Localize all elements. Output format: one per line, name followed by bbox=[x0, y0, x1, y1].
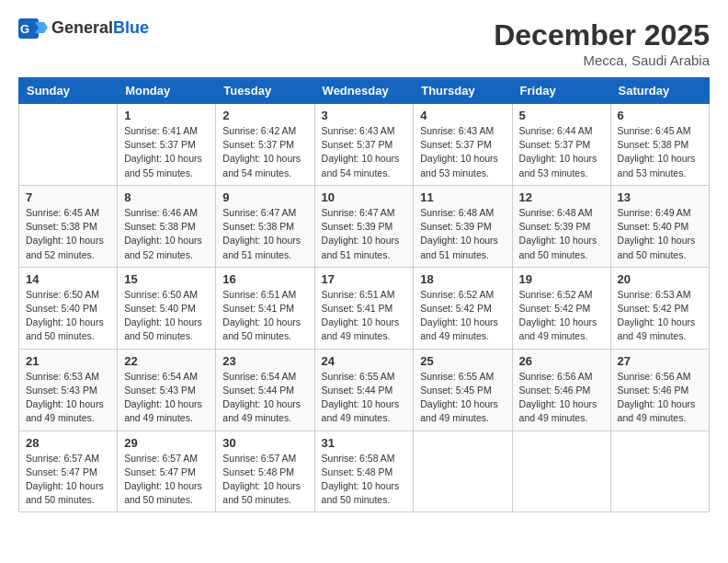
calendar-cell: 20Sunrise: 6:53 AMSunset: 5:42 PMDayligh… bbox=[610, 267, 709, 349]
calendar-cell: 14Sunrise: 6:50 AMSunset: 5:40 PMDayligh… bbox=[19, 267, 118, 349]
calendar-cell: 25Sunrise: 6:55 AMSunset: 5:45 PMDayligh… bbox=[414, 349, 512, 431]
calendar-cell: 28Sunrise: 6:57 AMSunset: 5:47 PMDayligh… bbox=[19, 431, 118, 512]
calendar-cell: 29Sunrise: 6:57 AMSunset: 5:47 PMDayligh… bbox=[118, 431, 216, 512]
day-info: Sunrise: 6:53 AMSunset: 5:42 PMDaylight:… bbox=[618, 288, 702, 344]
calendar-cell: 17Sunrise: 6:51 AMSunset: 5:41 PMDayligh… bbox=[314, 267, 414, 349]
calendar-week-row: 21Sunrise: 6:53 AMSunset: 5:43 PMDayligh… bbox=[19, 349, 710, 431]
day-info: Sunrise: 6:57 AMSunset: 5:48 PMDaylight:… bbox=[222, 452, 307, 508]
svg-text:G: G bbox=[20, 22, 29, 36]
day-number: 28 bbox=[26, 436, 110, 450]
day-info: Sunrise: 6:47 AMSunset: 5:39 PMDaylight:… bbox=[322, 206, 407, 262]
calendar-cell: 19Sunrise: 6:52 AMSunset: 5:42 PMDayligh… bbox=[512, 267, 610, 349]
weekday-header: Thursday bbox=[414, 78, 512, 104]
day-info: Sunrise: 6:54 AMSunset: 5:43 PMDaylight:… bbox=[124, 370, 209, 426]
day-number: 12 bbox=[519, 190, 604, 204]
day-info: Sunrise: 6:43 AMSunset: 5:37 PMDaylight:… bbox=[322, 124, 407, 180]
calendar-cell: 15Sunrise: 6:50 AMSunset: 5:40 PMDayligh… bbox=[118, 267, 216, 349]
calendar-cell: 22Sunrise: 6:54 AMSunset: 5:43 PMDayligh… bbox=[118, 349, 216, 431]
day-info: Sunrise: 6:51 AMSunset: 5:41 PMDaylight:… bbox=[322, 288, 407, 344]
logo-general: General bbox=[51, 18, 113, 37]
logo-icon: G bbox=[18, 18, 48, 39]
weekday-header: Monday bbox=[118, 78, 216, 104]
calendar-cell: 7Sunrise: 6:45 AMSunset: 5:38 PMDaylight… bbox=[19, 185, 118, 267]
calendar-cell: 4Sunrise: 6:43 AMSunset: 5:37 PMDaylight… bbox=[414, 104, 512, 186]
calendar-week-row: 14Sunrise: 6:50 AMSunset: 5:40 PMDayligh… bbox=[19, 267, 710, 349]
calendar-cell: 12Sunrise: 6:48 AMSunset: 5:39 PMDayligh… bbox=[512, 185, 610, 267]
day-number: 10 bbox=[322, 190, 407, 204]
calendar-week-row: 7Sunrise: 6:45 AMSunset: 5:38 PMDaylight… bbox=[19, 185, 710, 267]
day-info: Sunrise: 6:55 AMSunset: 5:44 PMDaylight:… bbox=[322, 370, 407, 426]
day-number: 3 bbox=[322, 109, 407, 122]
day-number: 27 bbox=[618, 354, 702, 368]
day-number: 2 bbox=[222, 109, 307, 122]
calendar-week-row: 28Sunrise: 6:57 AMSunset: 5:47 PMDayligh… bbox=[19, 431, 710, 512]
day-info: Sunrise: 6:53 AMSunset: 5:43 PMDaylight:… bbox=[26, 370, 110, 426]
weekday-header: Sunday bbox=[19, 78, 118, 104]
day-info: Sunrise: 6:44 AMSunset: 5:37 PMDaylight:… bbox=[519, 124, 604, 180]
calendar-cell: 9Sunrise: 6:47 AMSunset: 5:38 PMDaylight… bbox=[216, 185, 314, 267]
day-number: 4 bbox=[420, 109, 505, 122]
day-number: 18 bbox=[420, 272, 505, 286]
title-area: December 2025 Mecca, Saudi Arabia bbox=[494, 18, 710, 68]
calendar-cell: 31Sunrise: 6:58 AMSunset: 5:48 PMDayligh… bbox=[314, 431, 414, 512]
day-number: 30 bbox=[222, 436, 307, 450]
day-info: Sunrise: 6:50 AMSunset: 5:40 PMDaylight:… bbox=[26, 288, 110, 344]
day-number: 1 bbox=[124, 109, 209, 122]
calendar-cell: 6Sunrise: 6:45 AMSunset: 5:38 PMDaylight… bbox=[610, 104, 709, 186]
calendar-cell: 27Sunrise: 6:56 AMSunset: 5:46 PMDayligh… bbox=[610, 349, 709, 431]
day-number: 22 bbox=[124, 354, 209, 368]
day-info: Sunrise: 6:52 AMSunset: 5:42 PMDaylight:… bbox=[519, 288, 604, 344]
day-number: 17 bbox=[322, 272, 407, 286]
calendar-cell: 1Sunrise: 6:41 AMSunset: 5:37 PMDaylight… bbox=[118, 104, 216, 186]
day-number: 15 bbox=[124, 272, 209, 286]
day-number: 21 bbox=[26, 354, 110, 368]
day-info: Sunrise: 6:41 AMSunset: 5:37 PMDaylight:… bbox=[124, 124, 209, 180]
day-info: Sunrise: 6:51 AMSunset: 5:41 PMDaylight:… bbox=[222, 288, 307, 344]
day-info: Sunrise: 6:58 AMSunset: 5:48 PMDaylight:… bbox=[322, 452, 407, 508]
calendar-cell: 13Sunrise: 6:49 AMSunset: 5:40 PMDayligh… bbox=[610, 185, 709, 267]
calendar-cell: 10Sunrise: 6:47 AMSunset: 5:39 PMDayligh… bbox=[314, 185, 414, 267]
day-info: Sunrise: 6:46 AMSunset: 5:38 PMDaylight:… bbox=[124, 206, 209, 262]
day-info: Sunrise: 6:45 AMSunset: 5:38 PMDaylight:… bbox=[26, 206, 110, 262]
calendar-cell: 21Sunrise: 6:53 AMSunset: 5:43 PMDayligh… bbox=[19, 349, 118, 431]
calendar-cell bbox=[19, 104, 118, 186]
day-number: 8 bbox=[124, 190, 209, 204]
day-number: 24 bbox=[322, 354, 407, 368]
weekday-header: Tuesday bbox=[216, 78, 314, 104]
calendar-cell: 23Sunrise: 6:54 AMSunset: 5:44 PMDayligh… bbox=[216, 349, 314, 431]
calendar-cell: 3Sunrise: 6:43 AMSunset: 5:37 PMDaylight… bbox=[314, 104, 414, 186]
day-info: Sunrise: 6:49 AMSunset: 5:40 PMDaylight:… bbox=[618, 206, 702, 262]
day-number: 6 bbox=[618, 109, 702, 122]
day-number: 11 bbox=[420, 190, 505, 204]
day-number: 9 bbox=[222, 190, 307, 204]
day-number: 20 bbox=[618, 272, 702, 286]
day-number: 25 bbox=[420, 354, 505, 368]
page-header: G GeneralBlue December 2025 Mecca, Saudi… bbox=[18, 18, 710, 68]
day-info: Sunrise: 6:54 AMSunset: 5:44 PMDaylight:… bbox=[222, 370, 307, 426]
calendar-cell: 16Sunrise: 6:51 AMSunset: 5:41 PMDayligh… bbox=[216, 267, 314, 349]
weekday-header: Wednesday bbox=[314, 78, 414, 104]
day-number: 5 bbox=[519, 109, 604, 122]
day-info: Sunrise: 6:45 AMSunset: 5:38 PMDaylight:… bbox=[618, 124, 702, 180]
weekday-header: Friday bbox=[512, 78, 610, 104]
day-number: 19 bbox=[519, 272, 604, 286]
day-info: Sunrise: 6:47 AMSunset: 5:38 PMDaylight:… bbox=[222, 206, 307, 262]
weekday-header: Saturday bbox=[610, 78, 709, 104]
month-title: December 2025 bbox=[494, 18, 710, 52]
calendar-cell: 11Sunrise: 6:48 AMSunset: 5:39 PMDayligh… bbox=[414, 185, 512, 267]
calendar-cell: 24Sunrise: 6:55 AMSunset: 5:44 PMDayligh… bbox=[314, 349, 414, 431]
calendar-cell: 8Sunrise: 6:46 AMSunset: 5:38 PMDaylight… bbox=[118, 185, 216, 267]
day-number: 16 bbox=[222, 272, 307, 286]
calendar-cell bbox=[512, 431, 610, 512]
calendar-week-row: 1Sunrise: 6:41 AMSunset: 5:37 PMDaylight… bbox=[19, 104, 710, 186]
location: Mecca, Saudi Arabia bbox=[494, 52, 710, 68]
day-number: 7 bbox=[26, 190, 110, 204]
day-number: 14 bbox=[26, 272, 110, 286]
day-number: 13 bbox=[618, 190, 702, 204]
day-number: 29 bbox=[124, 436, 209, 450]
day-info: Sunrise: 6:57 AMSunset: 5:47 PMDaylight:… bbox=[26, 452, 110, 508]
day-info: Sunrise: 6:56 AMSunset: 5:46 PMDaylight:… bbox=[519, 370, 604, 426]
day-info: Sunrise: 6:55 AMSunset: 5:45 PMDaylight:… bbox=[420, 370, 505, 426]
calendar-cell: 5Sunrise: 6:44 AMSunset: 5:37 PMDaylight… bbox=[512, 104, 610, 186]
day-info: Sunrise: 6:50 AMSunset: 5:40 PMDaylight:… bbox=[124, 288, 209, 344]
